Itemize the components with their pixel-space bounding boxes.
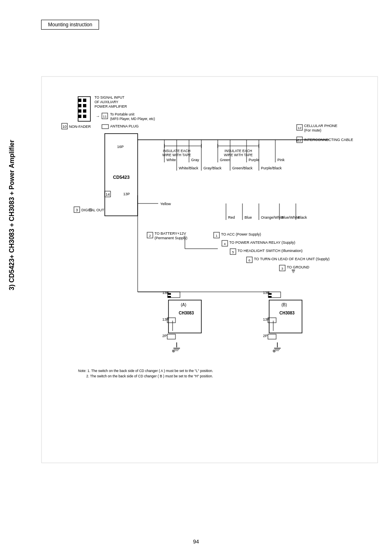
header-title: Mounting instruction xyxy=(48,22,92,28)
svg-rect-8 xyxy=(83,115,86,118)
svg-text:6: 6 xyxy=(249,259,251,262)
svg-text:(B): (B) xyxy=(281,303,287,307)
svg-text:TO POWER ANTENNA RELAY (Supply: TO POWER ANTENNA RELAY (Supply) xyxy=(229,240,295,245)
svg-text:2P: 2P xyxy=(162,334,167,338)
svg-text:Gray: Gray xyxy=(191,158,199,162)
svg-text:Yellow: Yellow xyxy=(160,202,171,206)
svg-text:Red: Red xyxy=(228,215,235,220)
svg-text:INSULATE EACH: INSULATE EACH xyxy=(163,149,191,153)
svg-text:Blue/White: Blue/White xyxy=(281,215,300,220)
svg-text:To Portable unit: To Portable unit xyxy=(110,112,135,116)
svg-rect-6 xyxy=(83,104,86,107)
svg-text:10: 10 xyxy=(62,125,67,129)
svg-text:TO GROUND: TO GROUND xyxy=(287,265,309,269)
svg-rect-2 xyxy=(78,104,81,107)
svg-text:TO HEADLIGHT SWITCH (Illuminat: TO HEADLIGHT SWITCH (Illumination) xyxy=(238,249,302,253)
svg-text:WIRE WITH TAPE: WIRE WITH TAPE xyxy=(162,153,191,157)
svg-text:TO SIGNAL INPUT: TO SIGNAL INPUT xyxy=(95,95,125,99)
svg-text:⊡: ⊡ xyxy=(89,208,92,212)
svg-text:2P: 2P xyxy=(263,334,267,338)
svg-rect-1 xyxy=(78,99,81,102)
svg-text:Green/Black: Green/Black xyxy=(232,166,253,170)
svg-text:3: 3 xyxy=(281,267,284,270)
svg-rect-3 xyxy=(78,109,81,113)
svg-text:↙: ↙ xyxy=(296,138,299,142)
svg-text:Green: Green xyxy=(220,158,230,162)
svg-text:4: 4 xyxy=(224,242,226,246)
svg-text:INTERCONNECTING CABLE: INTERCONNECTING CABLE xyxy=(304,138,353,142)
svg-text:3: 3 xyxy=(76,208,78,212)
svg-text:(Permanent Supply): (Permanent Supply) xyxy=(154,236,187,240)
diagram-container: 10 NON-FADER TO SIGNAL INPUT OF AUXILIAR… xyxy=(41,45,378,497)
svg-text:(For mute): (For mute) xyxy=(304,128,321,132)
svg-rect-129 xyxy=(268,334,276,339)
svg-text:12: 12 xyxy=(298,126,302,130)
svg-text:CH3083: CH3083 xyxy=(279,311,295,315)
svg-text:NON-FADER: NON-FADER xyxy=(69,125,91,129)
svg-text:13P: 13P xyxy=(123,192,130,196)
svg-text:Purple/Black: Purple/Black xyxy=(261,166,282,170)
svg-text:POWER AMPLIFIER: POWER AMPLIFIER xyxy=(95,104,127,109)
page-container: Mounting instruction 3) CD5423+ CH3083 +… xyxy=(0,0,392,557)
svg-text:White: White xyxy=(166,158,176,162)
svg-rect-105 xyxy=(168,293,171,295)
svg-text:WIRE WITH TAPE: WIRE WITH TAPE xyxy=(224,153,253,157)
svg-rect-21 xyxy=(102,125,108,129)
header-box: Mounting instruction xyxy=(41,20,99,30)
svg-rect-7 xyxy=(83,109,86,113)
svg-text:5: 5 xyxy=(232,250,234,254)
svg-rect-113 xyxy=(167,334,175,339)
svg-rect-121 xyxy=(268,293,272,295)
svg-rect-144 xyxy=(42,76,378,463)
svg-text:Purple: Purple xyxy=(249,158,259,162)
svg-rect-106 xyxy=(168,296,171,298)
svg-text:→: → xyxy=(96,114,100,118)
svg-text:CELLULAR PHONE: CELLULAR PHONE xyxy=(304,124,337,128)
svg-text:2: 2 xyxy=(149,234,151,238)
svg-rect-4 xyxy=(78,115,81,118)
svg-text:INSULATE EACH: INSULATE EACH xyxy=(225,149,252,153)
svg-text:(A): (A) xyxy=(181,303,186,307)
svg-text:Orange/White: Orange/White xyxy=(261,215,284,220)
wiring-diagram: 10 NON-FADER TO SIGNAL INPUT OF AUXILIAR… xyxy=(41,45,378,497)
page-title: 3) CD5423+ CH3083 + CH3083 + Power Ampli… xyxy=(8,140,16,290)
svg-text:TO ACC  (Power Supply): TO ACC (Power Supply) xyxy=(221,232,261,236)
svg-text:ANTENNA PLUG: ANTENNA PLUG xyxy=(110,124,139,128)
svg-text:Note: 1. The switch on the bac: Note: 1. The switch on the back side of … xyxy=(78,369,213,373)
svg-text:Black: Black xyxy=(298,215,307,220)
svg-text:TO TURN-ON LEAD  OF EACH UNIT : TO TURN-ON LEAD OF EACH UNIT (Supply) xyxy=(254,257,330,261)
svg-rect-122 xyxy=(268,296,272,298)
svg-text:16P: 16P xyxy=(117,145,124,149)
svg-text:Gray/Black: Gray/Black xyxy=(203,166,222,170)
svg-text:CH3083: CH3083 xyxy=(179,311,194,315)
svg-text:2. The switch on the back side: 2. The switch on the back side of CD cha… xyxy=(86,374,213,378)
svg-text:OF AUXILIARY: OF AUXILIARY xyxy=(95,100,118,104)
svg-text:11: 11 xyxy=(103,115,107,118)
svg-text:White/Black: White/Black xyxy=(179,166,198,170)
svg-text:CD5423: CD5423 xyxy=(113,175,129,180)
svg-text:Pink: Pink xyxy=(277,158,285,162)
svg-text:Blue: Blue xyxy=(244,215,252,220)
svg-text:1: 1 xyxy=(216,234,218,238)
svg-rect-5 xyxy=(83,99,86,102)
svg-text:TO BATTERY+12V: TO BATTERY+12V xyxy=(154,231,186,236)
svg-text:(MP3 Player, MD Player, etc): (MP3 Player, MD Player, etc) xyxy=(110,117,155,121)
svg-text:DIGITAL OUT: DIGITAL OUT xyxy=(81,208,104,212)
page-number: 94 xyxy=(193,539,199,545)
svg-text:14: 14 xyxy=(106,192,110,196)
